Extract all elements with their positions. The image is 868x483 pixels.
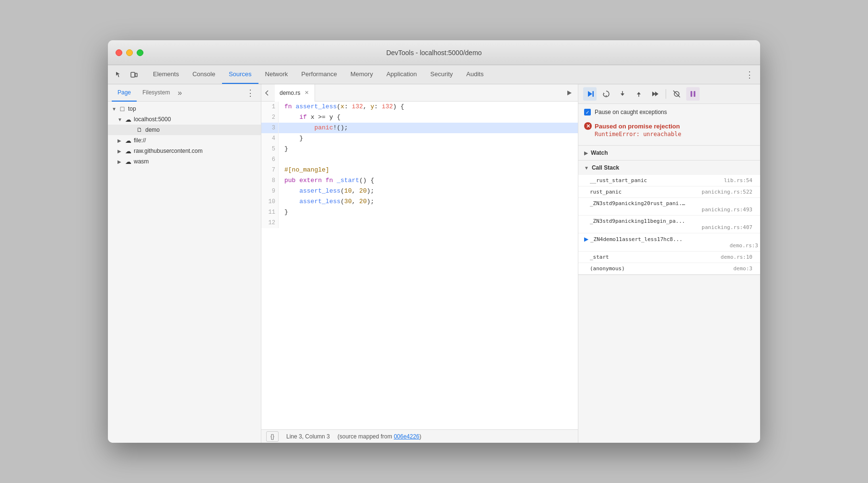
- source-map-link[interactable]: 006e4226: [394, 433, 419, 440]
- title-bar: DevTools - localhost:5000/demo: [108, 40, 760, 65]
- folder-icon-top: □: [118, 105, 126, 113]
- tree-arrow-top: ▼: [112, 106, 118, 112]
- debug-content: Pause on caught exceptions ✕ Paused on p…: [578, 104, 760, 443]
- code-tab-back-icon[interactable]: [263, 89, 271, 97]
- watch-section-header[interactable]: ▶ Watch: [578, 146, 760, 160]
- svg-rect-15: [691, 91, 692, 97]
- tab-page[interactable]: Page: [112, 84, 137, 102]
- call-stack-item-4[interactable]: ▶ _ZN4demo11assert_less17hc8... demo.rs:…: [578, 233, 760, 252]
- tab-console[interactable]: Console: [186, 65, 222, 84]
- checkbox-icon: [584, 109, 591, 115]
- devtools-toolbar-icons: [112, 65, 141, 84]
- devtools-window: DevTools - localhost:5000/demo Elements …: [108, 40, 760, 443]
- tree-item-top[interactable]: ▼ □ top: [108, 104, 261, 114]
- exception-section: Pause on caught exceptions ✕ Paused on p…: [578, 104, 760, 146]
- inspect-icon[interactable]: [112, 68, 125, 81]
- call-stack-item-0[interactable]: __rust_start_panic lib.rs:54: [578, 175, 760, 186]
- call-stack-item-5[interactable]: _start demo.rs:10: [578, 252, 760, 263]
- code-tab-close-icon[interactable]: ✕: [303, 90, 310, 96]
- maximize-button[interactable]: [137, 49, 143, 56]
- svg-rect-16: [694, 91, 696, 97]
- code-line-11: 11 }: [261, 207, 578, 218]
- cloud-icon-wasm: ☁: [124, 158, 132, 165]
- cloud-icon-file: ☁: [124, 137, 132, 144]
- call-stack-item-3[interactable]: _ZN3std9panicking11begin_pa... panicking…: [578, 216, 760, 233]
- frame-name-2: _ZN3std9panicking20rust_pani...: [590, 200, 686, 207]
- call-stack-item-2[interactable]: _ZN3std9panicking20rust_pani... panickin…: [578, 198, 760, 216]
- svg-marker-3: [588, 91, 592, 97]
- cloud-icon-raw-github: ☁: [124, 147, 132, 155]
- code-line-3: 3 panic!();: [261, 123, 578, 133]
- tab-bar-end: ⋮: [743, 65, 756, 84]
- code-tabs: demo.rs ✕: [261, 84, 578, 102]
- tree-item-demo[interactable]: 🗋 demo: [108, 125, 261, 135]
- tree-item-wasm[interactable]: ▶ ☁ wasm: [108, 156, 261, 167]
- frame-location-0: lib.rs:54: [724, 177, 752, 184]
- frame-location-2: panicking.rs:493: [594, 207, 752, 213]
- call-stack-section: ▼ Call Stack __rust_start_panic lib.rs:5…: [578, 161, 760, 275]
- file-panel-actions: ⋮: [244, 86, 257, 100]
- tab-filesystem[interactable]: Filesystem: [137, 84, 176, 102]
- call-stack-item-1[interactable]: rust_panic panicking.rs:522: [578, 186, 760, 198]
- call-stack-section-header[interactable]: ▼ Call Stack: [578, 161, 760, 175]
- file-tree: ▼ □ top ▼ ☁ localhost:5000 🗋 demo: [108, 102, 261, 443]
- tab-security[interactable]: Security: [423, 65, 459, 84]
- tree-arrow-localhost: ▼: [117, 117, 124, 122]
- debug-toolbar: [578, 84, 760, 104]
- code-line-12: 12: [261, 218, 578, 228]
- code-line-6: 6: [261, 154, 578, 165]
- tab-elements[interactable]: Elements: [146, 65, 186, 84]
- code-tab-end: [563, 86, 576, 100]
- status-source-map: (source mapped from 006e4226): [338, 433, 422, 440]
- frame-name-6: (anonymous): [590, 265, 625, 272]
- tree-item-file[interactable]: ▶ ☁ file://: [108, 135, 261, 146]
- svg-marker-2: [567, 91, 572, 95]
- format-icon[interactable]: {}: [266, 431, 279, 442]
- tab-network[interactable]: Network: [258, 65, 295, 84]
- svg-marker-8: [621, 93, 624, 96]
- minimize-button[interactable]: [126, 49, 133, 56]
- disable-breakpoints-icon[interactable]: [670, 87, 683, 101]
- code-tab-demo[interactable]: demo.rs ✕: [275, 84, 315, 102]
- toolbar-separator: [666, 89, 666, 99]
- frame-location-5: demo.rs:10: [721, 254, 752, 260]
- frame-name-3: _ZN3std9panicking11begin_pa...: [590, 218, 686, 224]
- close-button[interactable]: [116, 49, 122, 56]
- call-stack-item-6[interactable]: (anonymous) demo:3: [578, 263, 760, 275]
- file-panel-more-icon[interactable]: »: [177, 89, 182, 97]
- watch-arrow-icon: ▶: [584, 150, 588, 156]
- step-out-icon[interactable]: [632, 87, 645, 101]
- file-panel-menu-icon[interactable]: ⋮: [244, 86, 257, 100]
- svg-marker-10: [637, 92, 641, 94]
- more-options-icon[interactable]: ⋮: [743, 68, 756, 81]
- frame-location-3: panicking.rs:407: [594, 224, 752, 230]
- code-area[interactable]: 1 fn assert_less(x: i32, y: i32) { 2 if …: [261, 102, 578, 429]
- main-content: Page Filesystem » ⋮ ▼ □ top: [108, 84, 760, 443]
- window-title: DevTools - localhost:5000/demo: [386, 49, 481, 57]
- step-icon[interactable]: [648, 87, 662, 101]
- tab-sources[interactable]: Sources: [222, 65, 258, 84]
- tab-performance[interactable]: Performance: [294, 65, 343, 84]
- frame-name-1: rust_panic: [590, 189, 622, 195]
- run-snippet-icon[interactable]: [563, 86, 576, 100]
- tab-audits[interactable]: Audits: [459, 65, 490, 84]
- tab-application[interactable]: Application: [380, 65, 424, 84]
- resume-icon[interactable]: [583, 87, 597, 101]
- pause-icon[interactable]: [686, 87, 700, 101]
- code-panel: demo.rs ✕ 1 fn assert_less(x: i32, y: i3…: [261, 84, 578, 443]
- tree-item-localhost[interactable]: ▼ ☁ localhost:5000: [108, 114, 261, 125]
- tree-item-raw-github[interactable]: ▶ ☁ raw.githubusercontent.com: [108, 146, 261, 156]
- step-over-icon[interactable]: [599, 87, 613, 101]
- tab-memory[interactable]: Memory: [344, 65, 380, 84]
- step-into-icon[interactable]: [616, 87, 629, 101]
- frame-name-4: _ZN4demo11assert_less17hc8...: [590, 236, 682, 242]
- error-circle-icon: ✕: [584, 122, 592, 130]
- device-icon[interactable]: [127, 68, 141, 81]
- svg-marker-11: [652, 92, 656, 96]
- pause-on-caught-checkbox[interactable]: Pause on caught exceptions: [584, 109, 754, 115]
- frame-location-6: demo:3: [733, 265, 752, 272]
- tree-arrow-wasm: ▶: [117, 159, 124, 164]
- cloud-icon-localhost: ☁: [124, 115, 132, 123]
- code-line-10: 10 assert_less(30, 20);: [261, 196, 578, 207]
- tree-arrow-file: ▶: [117, 138, 124, 143]
